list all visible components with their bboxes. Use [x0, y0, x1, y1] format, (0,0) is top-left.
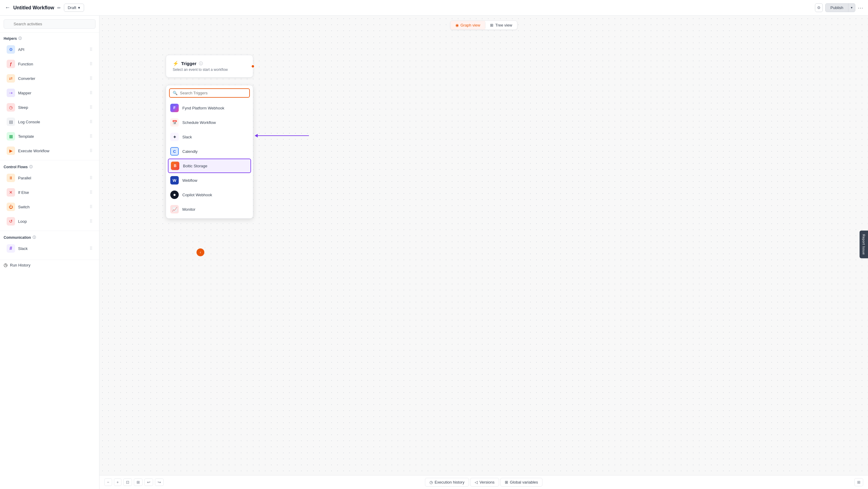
publish-button[interactable]: Publish ▾ [825, 3, 855, 12]
converter-drag-handle[interactable]: ⠿ [90, 76, 93, 81]
template-icon: ▦ [7, 132, 15, 141]
if-else-label: If Else [18, 190, 29, 195]
dropdown-item-webflow[interactable]: W Webflow [166, 173, 253, 187]
dropdown-item-boltic[interactable]: B Boltic Storage [168, 159, 251, 173]
report-issue-fixed-button[interactable]: Report Issue [860, 231, 868, 258]
trigger-info-icon[interactable]: ⓘ [199, 61, 203, 66]
execute-workflow-drag-handle[interactable]: ⠿ [90, 148, 93, 153]
canvas: ◉ Graph view ⊞ Tree view ⚡ Trigger ⓘ Sel… [99, 16, 868, 489]
run-history-label: Run History [10, 263, 30, 267]
trigger-card[interactable]: ⚡ Trigger ⓘ Select an event to start a w… [166, 55, 253, 78]
execution-history-label: Execution history [435, 480, 464, 485]
gear-icon: ⚙ [817, 5, 821, 10]
communication-title: Communication ⓘ [4, 235, 96, 240]
dropdown-item-slack[interactable]: ✦ Slack [166, 130, 253, 144]
more-button[interactable]: ⋯ [858, 4, 863, 11]
tree-view-icon: ⊞ [490, 23, 493, 27]
control-flows-info-icon[interactable]: ⓘ [29, 164, 33, 169]
versions-button[interactable]: ◁ Versions [470, 478, 499, 487]
loop-label: Loop [18, 219, 27, 224]
fynd-icon: F [170, 104, 179, 112]
function-drag-handle[interactable]: ⠿ [90, 61, 93, 66]
trigger-bolt-icon: ⚡ [173, 61, 179, 66]
edit-icon[interactable]: ✏ [57, 5, 61, 10]
dropdown-item-schedule[interactable]: 📅 Schedule Workflow [166, 115, 253, 130]
converter-icon: ⇄ [7, 74, 15, 83]
draft-button[interactable]: Draft ▾ [64, 4, 84, 12]
dropdown-item-fynd[interactable]: F Fynd Platform Webhook [166, 101, 253, 115]
sidebar-item-template[interactable]: ▦ Template ⠿ [4, 129, 96, 143]
undo-button[interactable]: ↩ [144, 479, 153, 486]
communication-info-icon[interactable]: ⓘ [33, 235, 36, 240]
sidebar-item-parallel[interactable]: ⏸ Parallel ⠿ [4, 171, 96, 185]
parallel-drag-handle[interactable]: ⠿ [90, 176, 93, 180]
calendly-icon: C [170, 147, 179, 156]
sidebar-item-switch[interactable]: ⏻ Switch ⠿ [4, 200, 96, 214]
sidebar-item-execute-workflow[interactable]: ▶ Execute Workflow ⠿ [4, 144, 96, 158]
sidebar-item-if-else[interactable]: ✕ If Else ⠿ [4, 185, 96, 199]
header-right: ⚙ Publish ▾ ⋯ [815, 3, 863, 12]
monitor-label: Monitor [182, 207, 195, 212]
sleep-drag-handle[interactable]: ⠿ [90, 105, 93, 110]
sidebar-item-log-console[interactable]: ▤ Log Console ⠿ [4, 115, 96, 129]
arrow-line [258, 135, 309, 136]
global-variables-label: Global variables [510, 480, 538, 485]
search-input[interactable] [4, 19, 96, 29]
boltic-label: Boltic Storage [183, 164, 207, 168]
sidebar-item-sleep[interactable]: ◷ Sleep ⠿ [4, 100, 96, 114]
zoom-in-button[interactable]: + [114, 479, 122, 486]
webflow-icon: W [170, 176, 179, 184]
trigger-header: ⚡ Trigger ⓘ [173, 61, 246, 66]
execution-history-button[interactable]: ◷ Execution history [425, 478, 469, 487]
draft-label: Draft [68, 5, 76, 10]
template-drag-handle[interactable]: ⠿ [90, 134, 93, 139]
dropdown-item-monitor[interactable]: 📈 Monitor [166, 202, 253, 216]
sidebar-item-mapper[interactable]: ⇢ Mapper ⠿ [4, 86, 96, 100]
parallel-icon: ⏸ [7, 174, 15, 182]
search-box: 🔍 [0, 16, 99, 33]
mapper-drag-handle[interactable]: ⠿ [90, 90, 93, 95]
copilot-label: Copilot Webhook [182, 193, 212, 197]
global-variables-button[interactable]: ⊞ Global variables [500, 478, 542, 487]
log-console-drag-handle[interactable]: ⠿ [90, 119, 93, 124]
sidebar-item-function[interactable]: ƒ Function ⠿ [4, 57, 96, 71]
slack-drag-handle[interactable]: ⠿ [90, 246, 93, 251]
sidebar-item-api[interactable]: ⚙ API ⠿ [4, 42, 96, 56]
graph-view-button[interactable]: ◉ Graph view [451, 21, 485, 30]
arrow-pointer [255, 134, 309, 137]
switch-icon: ⏻ [7, 203, 15, 211]
loop-drag-handle[interactable]: ⠿ [90, 219, 93, 224]
redo-button[interactable]: ↪ [155, 479, 164, 486]
function-label: Function [18, 62, 33, 66]
sidebar-item-converter[interactable]: ⇄ Converter ⠿ [4, 71, 96, 85]
if-else-drag-handle[interactable]: ⠿ [90, 190, 93, 195]
layout-button[interactable]: ⊞ [134, 479, 143, 486]
trigger-search-input[interactable] [180, 91, 246, 95]
fit-button[interactable]: ⊡ [123, 479, 132, 486]
header: ← Untitled Workflow ✏ Draft ▾ ⚙ Publish … [0, 0, 868, 16]
versions-icon: ◁ [475, 480, 478, 485]
report-issue-fixed-label: Report Issue [862, 234, 866, 255]
sidebar-item-loop[interactable]: ↺ Loop ⠿ [4, 214, 96, 228]
switch-drag-handle[interactable]: ⠿ [90, 205, 93, 209]
trigger-dropdown: 🔍 F Fynd Platform Webhook 📅 Schedule Wor… [166, 85, 253, 219]
publish-label: Publish [826, 4, 848, 12]
run-history[interactable]: ◷ Run History [0, 259, 99, 270]
tree-view-button[interactable]: ⊞ Tree view [485, 21, 517, 30]
slack-icon: # [7, 244, 15, 253]
api-drag-handle[interactable]: ⠿ [90, 47, 93, 52]
dropdown-item-calendly[interactable]: C Calendly [166, 144, 253, 159]
zoom-out-button[interactable]: − [104, 479, 112, 486]
grid-view-button[interactable]: ⊞ [855, 478, 863, 486]
bottom-center: ◷ Execution history ◁ Versions ⊞ Global … [425, 478, 542, 487]
settings-button[interactable]: ⚙ [815, 3, 823, 12]
execution-history-icon: ◷ [430, 480, 433, 485]
dropdown-item-copilot[interactable]: ● Copilot Webhook [166, 187, 253, 202]
back-button[interactable]: ← [5, 4, 10, 11]
header-left: ← Untitled Workflow ✏ Draft ▾ [5, 4, 84, 12]
collapse-sidebar-button[interactable]: ‹ [196, 248, 204, 256]
search-wrap: 🔍 [4, 19, 96, 29]
helpers-info-icon[interactable]: ⓘ [19, 36, 22, 41]
calendly-label: Calendly [182, 149, 198, 154]
sidebar-item-slack[interactable]: # Slack ⠿ [4, 242, 96, 255]
